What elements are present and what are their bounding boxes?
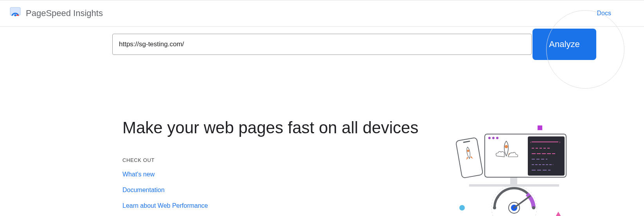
svg-point-11 xyxy=(505,145,508,148)
svg-point-29 xyxy=(532,206,535,209)
svg-point-10 xyxy=(496,137,498,139)
svg-point-3 xyxy=(459,205,465,211)
pagespeed-logo-icon xyxy=(9,7,21,20)
brand[interactable]: PageSpeed Insights xyxy=(9,7,103,20)
header: PageSpeed Insights Docs xyxy=(0,0,644,27)
app-title: PageSpeed Insights xyxy=(26,8,103,18)
svg-line-27 xyxy=(514,196,530,208)
svg-rect-0 xyxy=(10,7,20,15)
url-input[interactable] xyxy=(112,34,532,55)
svg-rect-2 xyxy=(538,125,542,130)
svg-point-9 xyxy=(492,137,495,139)
search-wrap: Analyze xyxy=(112,34,532,55)
main-content: Make your web pages fast on all devices … xyxy=(112,55,532,216)
docs-link[interactable]: Docs xyxy=(597,10,611,17)
search-section: Analyze xyxy=(0,27,644,55)
svg-text:‹: ‹ xyxy=(530,140,531,144)
analyze-button[interactable]: Analyze xyxy=(532,29,596,60)
svg-point-1 xyxy=(14,15,16,16)
svg-point-28 xyxy=(493,206,496,209)
svg-point-30 xyxy=(497,196,499,198)
devices-illustration: ‹ › xyxy=(453,125,602,216)
svg-rect-6 xyxy=(510,176,517,186)
svg-marker-4 xyxy=(555,212,561,216)
svg-point-8 xyxy=(488,137,491,139)
svg-text:›: › xyxy=(559,140,560,144)
